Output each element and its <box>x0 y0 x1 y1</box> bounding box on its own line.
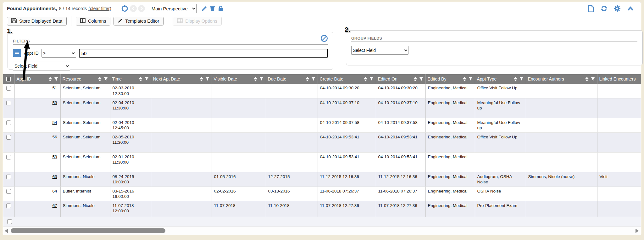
cell-next_apt <box>151 172 212 187</box>
sort-icon[interactable] <box>48 77 52 81</box>
appt-id-link[interactable]: 53 <box>52 100 57 105</box>
sort-icon[interactable] <box>200 77 203 81</box>
columns-icon <box>80 18 86 24</box>
column-header-edited_on[interactable]: Edited On <box>376 74 425 84</box>
appt-id-link[interactable]: 63 <box>52 174 57 179</box>
store-displayed-data-button[interactable]: Store Displayed Data <box>7 17 67 25</box>
row-checkbox[interactable] <box>6 101 11 105</box>
new-document-icon[interactable] <box>587 4 595 13</box>
cell-edited_on: 04-10-2014 09:37:10 <box>376 98 425 118</box>
cell-edited_on: 04-10-2014 09:53:41 <box>376 152 425 172</box>
appt-id-link[interactable]: 54 <box>52 120 57 125</box>
column-header-appt_type[interactable]: Appt Type <box>475 74 526 84</box>
appt-id-link[interactable]: 59 <box>52 154 57 159</box>
row-checkbox[interactable] <box>6 86 11 91</box>
undo-icon[interactable] <box>120 4 129 13</box>
filter-value-input[interactable] <box>79 49 328 58</box>
scroll-right-arrow[interactable] <box>636 229 639 233</box>
cell-edited_by: Engineering, Medical <box>425 84 475 98</box>
group-field-select[interactable]: Select Field <box>351 46 408 55</box>
filter-icon[interactable] <box>369 77 374 81</box>
select-all-checkbox[interactable] <box>6 77 11 81</box>
sort-icon[interactable] <box>139 77 142 81</box>
horizontal-scrollbar[interactable] <box>3 227 641 235</box>
row-checkbox[interactable] <box>6 120 11 125</box>
column-header-authors[interactable]: Encounter Authors <box>526 74 597 84</box>
cell-visible: 02-02-2016 <box>212 187 266 201</box>
display-options-button[interactable]: Display Options <box>173 17 222 25</box>
filter-icon[interactable] <box>419 77 423 81</box>
filter-icon[interactable] <box>145 77 149 81</box>
row-checkbox[interactable] <box>6 204 11 208</box>
settings-gear-icon[interactable] <box>613 4 621 13</box>
refresh-icon[interactable] <box>600 4 608 13</box>
cell-linked <box>597 118 641 132</box>
filters-heading: FILTERS <box>13 39 30 43</box>
clear-filter-link[interactable]: (clear filter) <box>88 6 111 11</box>
filter-icon[interactable] <box>311 77 315 81</box>
column-header-visible[interactable]: Visible Date <box>212 74 266 84</box>
delete-perspective-icon[interactable] <box>208 4 217 13</box>
row-checkbox[interactable] <box>6 135 11 140</box>
filter-icon[interactable] <box>469 77 473 81</box>
sort-icon[interactable] <box>254 77 257 81</box>
appt-id-link[interactable]: 67 <box>52 203 57 208</box>
scrollbar-thumb[interactable] <box>11 228 165 233</box>
appt-id-link[interactable]: 56 <box>52 135 57 139</box>
row-checkbox[interactable] <box>7 219 12 224</box>
column-header-cb[interactable] <box>3 74 14 84</box>
prev-page-icon[interactable] <box>130 5 137 12</box>
column-header-resource[interactable]: Resource <box>60 74 110 84</box>
cell-appt_type: Meaningful Use Follow up <box>475 98 526 118</box>
row-checkbox[interactable] <box>6 189 11 194</box>
scroll-left-arrow[interactable] <box>5 229 8 233</box>
perspective-select[interactable]: Main Perspective <box>149 4 197 13</box>
edit-perspective-icon[interactable] <box>200 4 208 13</box>
remove-filter-button[interactable] <box>13 49 21 57</box>
lock-icon[interactable] <box>217 4 225 13</box>
cell-appt-id: 67 <box>14 201 60 217</box>
cell-visible <box>212 84 266 98</box>
column-header-due[interactable]: Due Date <box>266 74 318 84</box>
cell-edited_on: 04-10-2014 09:53:41 <box>376 132 425 152</box>
sort-icon[interactable] <box>98 77 102 81</box>
clear-all-filters-icon[interactable] <box>320 35 328 43</box>
column-header-create[interactable]: Create Date <box>318 74 376 84</box>
cell-linked <box>597 201 641 217</box>
column-header-linked[interactable]: Linked Encounters <box>597 74 641 84</box>
filter-icon[interactable] <box>104 77 108 81</box>
collapse-chevron-up-icon[interactable] <box>626 4 635 13</box>
sort-icon[interactable] <box>306 77 309 81</box>
table-row: 53Selenium, Selenium02-04-2010 11:30:000… <box>3 98 641 118</box>
row-checkbox[interactable] <box>6 155 11 159</box>
sort-icon[interactable] <box>463 77 466 81</box>
sort-icon[interactable] <box>514 77 517 81</box>
columns-button[interactable]: Columns <box>76 17 110 25</box>
sort-icon[interactable] <box>364 77 367 81</box>
filter-icon[interactable] <box>519 77 524 81</box>
divider <box>168 16 168 26</box>
filter-operator-select[interactable]: > <box>42 49 76 58</box>
sort-icon[interactable] <box>414 77 417 81</box>
column-header-next_apt[interactable]: Next Apt Date <box>151 74 212 84</box>
filter-icon[interactable] <box>259 77 264 81</box>
filter-icon[interactable] <box>54 77 58 81</box>
sort-icon[interactable] <box>585 77 589 81</box>
cell-appt_type <box>475 152 526 172</box>
column-header-edited_by[interactable]: Edited By <box>425 74 475 84</box>
filter-icon[interactable] <box>205 77 209 81</box>
cell-linked <box>597 132 641 152</box>
next-page-icon[interactable] <box>138 5 145 12</box>
cell-authors <box>526 118 597 132</box>
column-header-id[interactable]: Appt ID <box>14 74 60 84</box>
templates-editor-button[interactable]: Templates Editor <box>114 17 164 25</box>
cell-linked <box>597 98 641 118</box>
add-filter-field-select[interactable]: Select Field <box>13 62 70 70</box>
cell-authors <box>526 201 597 217</box>
appt-id-link[interactable]: 51 <box>52 86 57 90</box>
column-header-time[interactable]: Time <box>110 74 151 84</box>
cell-next_apt <box>151 201 212 217</box>
row-checkbox[interactable] <box>6 175 11 179</box>
appt-id-link[interactable]: 64 <box>52 189 57 193</box>
filter-icon[interactable] <box>591 77 595 81</box>
